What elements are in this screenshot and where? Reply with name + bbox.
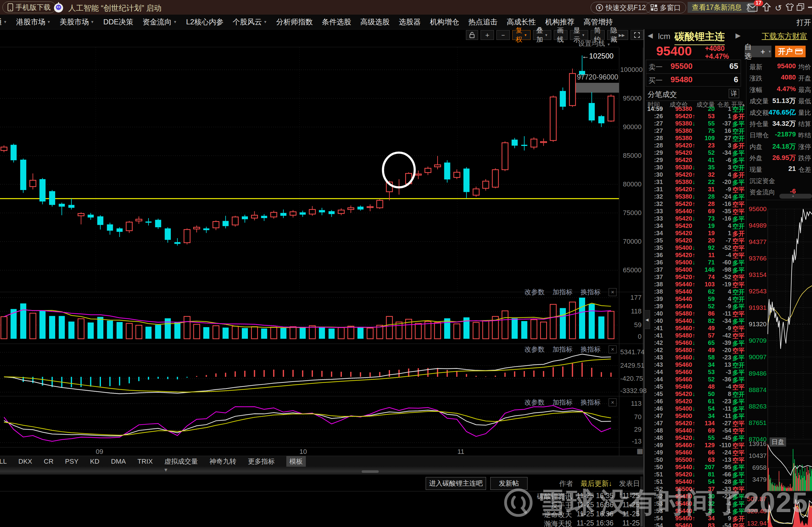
tab-神奇九转[interactable]: 神奇九转 bbox=[209, 457, 236, 466]
tick-cell: 4 bbox=[715, 296, 731, 302]
splitter-collapse-icon[interactable]: ▼ bbox=[163, 467, 168, 473]
forum-row[interactable]: 反手王11-25 16:3611-25 bbox=[0, 501, 643, 510]
kdj-panel-header-item[interactable]: 加指标 bbox=[552, 398, 572, 407]
minimize-icon[interactable] bbox=[808, 7, 812, 8]
phone-icon bbox=[8, 3, 13, 11]
volume-panel-header-item[interactable]: 加指标 bbox=[552, 288, 572, 297]
tab-PSY[interactable]: PSY bbox=[65, 457, 78, 465]
tick-cell: -23 bbox=[715, 398, 731, 405]
nav-item-5[interactable]: L2核心内参 bbox=[186, 17, 223, 27]
simple-mode-button[interactable]: 简约 bbox=[591, 30, 605, 40]
quote-row: 涨跌4080开盘 bbox=[750, 74, 812, 83]
quote-right-label: 结算 bbox=[798, 120, 811, 128]
macd-panel-close-icon[interactable]: × bbox=[609, 345, 617, 353]
forum-col-updated[interactable]: 最后更新↓ bbox=[581, 479, 612, 488]
nav-item-13[interactable]: 高成长性 bbox=[507, 17, 536, 27]
macd-panel-header-item[interactable]: 换指标 bbox=[581, 345, 601, 354]
zoom-out-button[interactable]: － bbox=[496, 30, 510, 40]
display-button[interactable]: 显示▼ bbox=[570, 30, 588, 40]
tick-cell: 95460 bbox=[664, 515, 692, 522]
tab-虚拟成交量[interactable]: 虚拟成交量 bbox=[164, 457, 198, 466]
adjust-mode-button[interactable]: 复权▼ bbox=[512, 30, 531, 40]
nav-item-1[interactable]: 港股市场▼ bbox=[16, 17, 50, 27]
volume-panel-header-item[interactable]: 改参数 bbox=[524, 288, 545, 297]
open-account-button[interactable]: 开户 bbox=[775, 46, 806, 57]
tick-cell: -4 bbox=[715, 252, 731, 259]
nav-open-label[interactable]: 打开 bbox=[796, 18, 811, 27]
nav-item-8[interactable]: 条件选股 bbox=[322, 17, 351, 27]
kdj-panel-close-icon[interactable]: × bbox=[609, 398, 617, 406]
nav-item-14[interactable]: 机构推荐 bbox=[545, 17, 575, 27]
tab-CR[interactable]: CR bbox=[44, 457, 54, 465]
quote-panel-scrollbar[interactable]: ▲ bbox=[779, 194, 812, 199]
forum-scrollbar[interactable] bbox=[640, 477, 643, 527]
tick-detail-button[interactable]: 详 bbox=[729, 89, 739, 98]
skin-icon[interactable] bbox=[785, 3, 794, 11]
quick-trade-button[interactable]: ¥ 快速交易F12 bbox=[591, 2, 651, 13]
add-watchlist-button[interactable]: 自选＋▼ bbox=[744, 46, 771, 57]
zoom-in-button[interactable]: ＋ bbox=[481, 30, 494, 40]
splitter-handle[interactable] bbox=[362, 470, 379, 473]
lock-button[interactable] bbox=[466, 30, 478, 40]
axis-label: 70 bbox=[620, 413, 641, 421]
prev-stock-arrow[interactable]: ◀ bbox=[648, 32, 653, 40]
forum-col-author[interactable]: 作者 bbox=[559, 479, 573, 488]
nav-item-12[interactable]: 热点追击 bbox=[468, 17, 498, 27]
nav-item-6[interactable]: 个股风云▼ bbox=[233, 17, 267, 27]
nav-item-10[interactable]: 选股器 bbox=[399, 17, 421, 27]
mini-fund-label: 320.40 bbox=[743, 508, 767, 515]
forum-header: 进入碳酸锂主连吧 发新帖 作者 最后更新↓ 发表日↓ bbox=[0, 475, 643, 491]
new-message-tooltip[interactable]: 查看17条新消息 X bbox=[687, 2, 755, 13]
nav-item-7[interactable]: 分析师指数 bbox=[276, 17, 313, 27]
download-eastmoney-link[interactable]: 下载东方财富 bbox=[762, 31, 812, 41]
mobile-download-button[interactable]: 手机版下载 bbox=[2, 1, 56, 13]
undo-icon[interactable]: ↺ bbox=[775, 3, 782, 13]
main-candlestick-chart[interactable] bbox=[0, 47, 619, 292]
nav-item-3[interactable]: DDE决策 bbox=[103, 17, 133, 27]
forum-row[interactable]: 瀚海天投11-25 16:3611-25 bbox=[0, 519, 643, 527]
forum-row[interactable]: 逆命改天11-25 16:3611-25 bbox=[0, 510, 643, 519]
ask-label: 卖一 bbox=[649, 62, 663, 72]
tick-cell: 95400 bbox=[664, 244, 692, 251]
hide-button[interactable]: 隐藏▶▶ bbox=[607, 30, 628, 40]
new-post-button[interactable]: 发新帖 bbox=[490, 477, 527, 490]
volume-panel-header-item[interactable]: 换指标 bbox=[581, 288, 601, 297]
next-stock-arrow[interactable]: ▶ bbox=[736, 32, 741, 40]
nav-item-0[interactable]: 通▼ bbox=[0, 17, 7, 27]
tab-KD[interactable]: KD bbox=[90, 457, 99, 465]
macd-panel-header-item[interactable]: 改参数 bbox=[524, 345, 545, 354]
quote-row: 成交额476.65亿量比 bbox=[750, 108, 812, 118]
tick-row: :4295480↑49-20空平 bbox=[644, 347, 746, 354]
multi-window-button[interactable]: 多窗口 bbox=[646, 2, 686, 13]
nav-item-11[interactable]: 机构增仓 bbox=[430, 17, 459, 27]
stock-name[interactable]: 碳酸锂主连 bbox=[675, 30, 725, 45]
overlay-button[interactable]: 叠加▼ bbox=[533, 30, 551, 40]
tab-DMA[interactable]: DMA bbox=[111, 457, 126, 465]
kdj-panel-header-item[interactable]: 改参数 bbox=[524, 398, 545, 407]
enter-forum-button[interactable]: 进入碳酸锂主连吧 bbox=[426, 477, 486, 490]
tab-DKX[interactable]: DKX bbox=[18, 457, 32, 465]
fullscreen-button[interactable] bbox=[630, 30, 643, 40]
volume-panel[interactable] bbox=[0, 292, 619, 344]
tick-list[interactable]: 14:5995380201空开:2695420↑531多开:2795380↓55… bbox=[644, 105, 746, 527]
volume-panel-close-icon[interactable]: × bbox=[609, 288, 617, 296]
tab-更多指标[interactable]: 更多指标 bbox=[248, 457, 275, 466]
nav-item-15[interactable]: 高管增持 bbox=[584, 17, 613, 27]
home-icon[interactable] bbox=[762, 2, 771, 12]
draw-line-button[interactable]: 画线 bbox=[554, 30, 568, 40]
nav-item-2[interactable]: 美股市场▼ bbox=[60, 17, 94, 27]
tab-BOLL[interactable]: BOLL bbox=[0, 457, 7, 465]
lock-icon bbox=[469, 32, 475, 39]
restore-window-icon[interactable] bbox=[796, 3, 804, 11]
kdj-panel-header-item[interactable]: 换指标 bbox=[581, 398, 601, 407]
quote-row: 外盘26.95万跌停 bbox=[750, 154, 812, 163]
forum-row[interactable]: 碳酸锂资讯11-25 16:3511-25 bbox=[0, 492, 643, 501]
horizontal-splitter[interactable]: ▼ bbox=[0, 467, 643, 475]
panel-corner-icon[interactable]: ▦ bbox=[637, 447, 643, 455]
nav-item-9[interactable]: 高级选股 bbox=[360, 17, 390, 27]
tick-row: :2795380↓55-37多平 bbox=[644, 120, 746, 127]
nav-item-4[interactable]: 资金流向▼ bbox=[142, 17, 177, 27]
tab-TRIX[interactable]: TRIX bbox=[137, 457, 153, 465]
tab-模板[interactable]: 模板 bbox=[286, 456, 306, 467]
macd-panel-header-item[interactable]: 加指标 bbox=[552, 345, 572, 354]
